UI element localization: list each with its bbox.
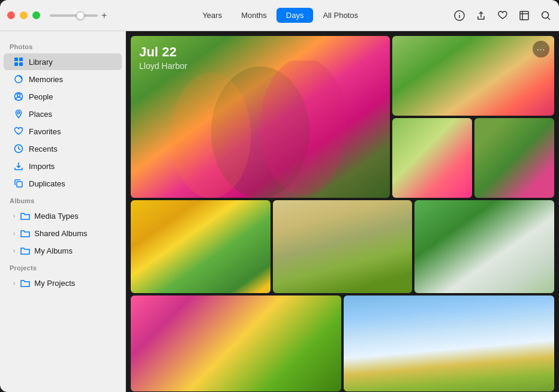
date-title: Jul 22 [139,44,187,60]
sidebar-item-places[interactable]: Places [4,105,122,122]
tab-months[interactable]: Months [232,8,277,23]
view-tabs: Years Months Days All Photos [107,8,453,23]
duplicates-label: Duplicates [29,179,65,188]
sidebar-group-media-types[interactable]: › Media Types [4,207,122,224]
sidebar-section-albums: Albums [0,192,125,207]
photo-row3-2[interactable] [344,295,554,391]
tab-years[interactable]: Years [193,8,232,23]
folder-my-projects-icon [20,278,31,288]
main-content: Photos Library [0,31,559,392]
svg-point-21 [260,61,347,195]
people-label: People [29,92,53,101]
photo-top-right[interactable]: ··· [392,36,554,116]
traffic-lights [7,11,40,19]
recents-label: Recents [29,144,58,153]
clock-icon [13,143,24,154]
photo-row2-3[interactable] [414,200,554,293]
person-circle-icon [13,91,24,102]
library-label: Library [29,58,53,67]
sidebar-group-shared-albums[interactable]: › Shared Albums [4,225,122,242]
imports-label: Imports [29,162,55,171]
photo-bottom-right-1[interactable] [392,118,472,198]
favorite-icon[interactable] [497,10,509,22]
search-icon[interactable] [540,10,552,22]
sidebar-section-photos: Photos [0,38,125,53]
photo-grid-icon [13,56,24,67]
sidebar-item-favorites[interactable]: Favorites [4,123,122,140]
favorites-label: Favorites [29,127,61,136]
duplicate-icon [13,178,24,189]
titlebar: + Years Months Days All Photos [0,0,559,31]
folder-media-types-icon [20,210,31,221]
my-projects-label: My Projects [34,279,75,288]
sidebar-item-imports[interactable]: Imports [4,158,122,174]
info-icon[interactable] [453,10,465,22]
photo-main-large[interactable]: Jul 22 Lloyd Harbor [131,36,390,198]
photo-row3-1[interactable] [131,295,341,391]
shared-albums-label: Shared Albums [34,229,87,238]
photo-row2-1[interactable] [131,200,271,293]
svg-rect-4 [520,11,528,20]
memories-label: Memories [29,75,63,84]
photo-row2-2[interactable] [273,200,413,293]
photo-area: Jul 22 Lloyd Harbor ··· [126,31,559,392]
zoom-control: + [50,10,107,21]
my-albums-label: My Albums [34,246,73,255]
sidebar-item-recents[interactable]: Recents [4,140,122,157]
svg-point-22 [171,72,251,198]
more-dots-icon: ··· [537,44,546,54]
chevron-media-types: › [13,213,15,219]
toolbar-icons [453,10,552,22]
sidebar: Photos Library [0,31,126,392]
zoom-plus-button[interactable]: + [101,10,107,21]
svg-rect-11 [14,62,18,66]
sidebar-item-memories[interactable]: Memories [4,71,122,88]
zoom-thumb [76,11,85,20]
photo-bottom-right-2[interactable] [474,118,554,198]
sidebar-group-my-projects[interactable]: › My Projects [4,275,122,291]
more-options-button[interactable]: ··· [533,41,549,58]
minimize-button[interactable] [20,11,28,19]
zoom-slider[interactable] [50,14,98,17]
sidebar-item-library[interactable]: Library [4,53,122,70]
svg-rect-10 [19,58,23,61]
share-icon[interactable] [475,10,487,22]
tab-days[interactable]: Days [277,8,314,23]
app-window: + Years Months Days All Photos [0,0,559,392]
svg-point-15 [17,94,20,97]
svg-rect-12 [19,62,23,66]
places-label: Places [29,110,52,119]
sidebar-item-people[interactable]: People [4,88,122,105]
date-overlay: Jul 22 Lloyd Harbor [139,44,187,71]
import-icon [13,161,24,171]
folder-shared-albums-icon [20,228,31,239]
chevron-my-projects: › [13,280,15,287]
date-subtitle: Lloyd Harbor [139,61,187,71]
svg-point-7 [542,11,549,18]
svg-point-2 [459,13,460,14]
chevron-my-albums: › [13,248,15,254]
svg-rect-9 [14,58,18,61]
location-icon [13,108,24,119]
svg-point-16 [17,111,20,114]
tab-allphotos[interactable]: All Photos [313,8,368,23]
media-types-label: Media Types [34,212,78,221]
sidebar-section-projects: Projects [0,260,125,274]
svg-line-8 [548,17,550,20]
edit-icon[interactable] [518,10,530,22]
close-button[interactable] [7,11,15,19]
heart-icon [13,126,24,137]
svg-rect-19 [17,182,22,187]
svg-point-13 [15,76,22,83]
sidebar-item-duplicates[interactable]: Duplicates [4,175,122,192]
fullscreen-button[interactable] [32,11,40,19]
sidebar-group-my-albums[interactable]: › My Albums [4,242,122,259]
folder-my-albums-icon [20,245,31,256]
memories-icon [13,74,24,85]
chevron-shared-albums: › [13,230,15,237]
